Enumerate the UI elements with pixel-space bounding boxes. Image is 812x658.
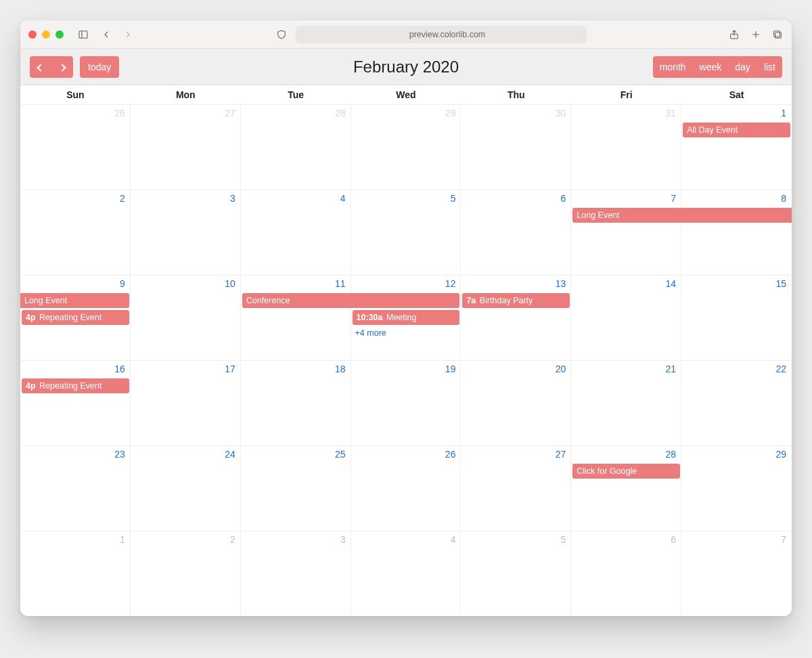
svg-rect-2 <box>399 34 403 37</box>
calendar-event[interactable]: 4p Repeating Event <box>22 310 129 325</box>
day-number[interactable]: 15 <box>681 276 792 289</box>
sidebar-toggle-icon[interactable] <box>77 28 89 41</box>
day-number[interactable]: 29 <box>681 446 792 460</box>
view-switcher: month week day list <box>653 56 782 78</box>
day-header-cell: Sun <box>20 85 131 104</box>
view-month-button[interactable]: month <box>653 56 693 78</box>
calendar-event[interactable]: Long Event <box>20 293 129 308</box>
svg-rect-7 <box>774 30 780 37</box>
day-header-cell: Tue <box>241 85 351 104</box>
weeks-container: 2627282930311All Day Event2345678Long Ev… <box>20 105 792 616</box>
prev-button[interactable] <box>30 56 51 78</box>
calendar-event[interactable]: All Day Event <box>683 123 790 137</box>
day-number[interactable]: 14 <box>571 276 681 289</box>
week-row: 2627282930311All Day Event <box>20 105 792 190</box>
day-number[interactable]: 10 <box>131 276 241 289</box>
browser-window: preview.colorlib.com today February 2020… <box>20 20 792 616</box>
day-number[interactable]: 20 <box>461 361 571 374</box>
next-button[interactable] <box>51 56 73 78</box>
window-controls <box>28 30 64 39</box>
view-list-button[interactable]: list <box>757 56 782 78</box>
day-number[interactable]: 8 <box>681 190 792 204</box>
day-header-cell: Fri <box>571 85 681 104</box>
forward-button[interactable] <box>122 28 134 41</box>
day-number[interactable]: 6 <box>571 531 681 545</box>
day-number[interactable]: 21 <box>571 361 681 374</box>
day-number[interactable]: 4 <box>241 190 351 204</box>
day-number[interactable]: 7 <box>571 190 681 204</box>
day-number[interactable]: 6 <box>461 190 571 204</box>
day-number[interactable]: 22 <box>681 361 792 374</box>
event-time: 7a <box>466 296 476 305</box>
day-number[interactable]: 23 <box>20 446 131 460</box>
calendar-grid: SunMonTueWedThuFriSat 2627282930311All D… <box>20 85 792 616</box>
day-number[interactable]: 19 <box>351 361 461 374</box>
day-number[interactable]: 17 <box>131 361 241 374</box>
day-number[interactable]: 28 <box>241 105 351 118</box>
day-number[interactable]: 2 <box>20 190 131 204</box>
back-button[interactable] <box>100 28 112 41</box>
privacy-shield-icon[interactable] <box>275 28 288 41</box>
event-time: 4p <box>26 313 36 322</box>
day-number[interactable]: 11 <box>241 276 351 289</box>
week-row: 161718192021224p Repeating Event <box>20 361 792 446</box>
day-number[interactable]: 30 <box>461 105 571 118</box>
view-day-button[interactable]: day <box>728 56 757 78</box>
day-number[interactable]: 7 <box>681 531 792 545</box>
day-number[interactable]: 18 <box>241 361 351 374</box>
today-button[interactable]: today <box>80 56 119 78</box>
refresh-icon[interactable] <box>572 30 581 39</box>
view-week-button[interactable]: week <box>693 56 729 78</box>
day-number[interactable]: 26 <box>351 446 461 460</box>
day-header-row: SunMonTueWedThuFriSat <box>20 85 792 105</box>
event-time: 4p <box>26 381 36 391</box>
day-number[interactable]: 12 <box>351 276 461 289</box>
day-number[interactable]: 9 <box>20 276 131 289</box>
day-number[interactable]: 31 <box>571 105 681 118</box>
calendar-event[interactable]: 10:30a Meeting <box>353 310 460 325</box>
week-row: 9101112131415Long EventConference7a Birt… <box>20 276 792 361</box>
url-text: preview.colorlib.com <box>409 30 486 39</box>
chevron-right-icon <box>58 64 66 71</box>
day-number[interactable]: 5 <box>351 190 461 204</box>
day-number[interactable]: 25 <box>241 446 351 460</box>
day-number[interactable]: 26 <box>20 105 131 118</box>
day-number[interactable]: 3 <box>241 531 351 545</box>
tabs-overview-icon[interactable] <box>771 28 784 41</box>
week-row: 23242526272829Click for Google <box>20 446 792 531</box>
svg-rect-0 <box>79 30 87 38</box>
calendar-event[interactable]: Click for Google <box>572 464 680 479</box>
calendar-event[interactable]: 4p Repeating Event <box>22 378 129 393</box>
calendar-event[interactable]: Conference <box>242 293 460 308</box>
more-events-link[interactable]: +4 more <box>351 327 461 342</box>
day-number[interactable]: 4 <box>351 531 461 545</box>
day-number[interactable]: 2 <box>131 531 241 545</box>
chevron-left-icon <box>37 64 44 71</box>
titlebar: preview.colorlib.com <box>20 20 792 49</box>
close-window-button[interactable] <box>28 30 37 39</box>
calendar-event[interactable]: 7a Birthday Party <box>462 293 570 308</box>
day-number[interactable]: 5 <box>461 531 571 545</box>
svg-rect-6 <box>775 32 782 38</box>
minimize-window-button[interactable] <box>42 30 50 39</box>
calendar-event[interactable]: Long Event <box>572 208 792 223</box>
address-bar[interactable]: preview.colorlib.com <box>296 26 587 43</box>
maximize-window-button[interactable] <box>55 30 64 39</box>
day-header-cell: Thu <box>461 85 571 104</box>
day-number[interactable]: 27 <box>461 446 571 460</box>
day-number[interactable]: 16 <box>20 361 131 374</box>
day-number[interactable]: 1 <box>20 531 131 545</box>
day-number[interactable]: 1 <box>681 105 792 118</box>
day-number[interactable]: 24 <box>131 446 241 460</box>
day-number[interactable]: 13 <box>461 276 571 289</box>
week-row: 1234567 <box>20 531 792 616</box>
day-header-cell: Sat <box>681 85 792 104</box>
lock-icon <box>397 30 405 39</box>
share-icon[interactable] <box>728 28 740 41</box>
new-tab-icon[interactable] <box>750 28 762 41</box>
day-number[interactable]: 3 <box>131 190 241 204</box>
day-header-cell: Wed <box>351 85 461 104</box>
day-number[interactable]: 28 <box>571 446 681 460</box>
day-number[interactable]: 27 <box>131 105 241 118</box>
day-number[interactable]: 29 <box>351 105 461 118</box>
